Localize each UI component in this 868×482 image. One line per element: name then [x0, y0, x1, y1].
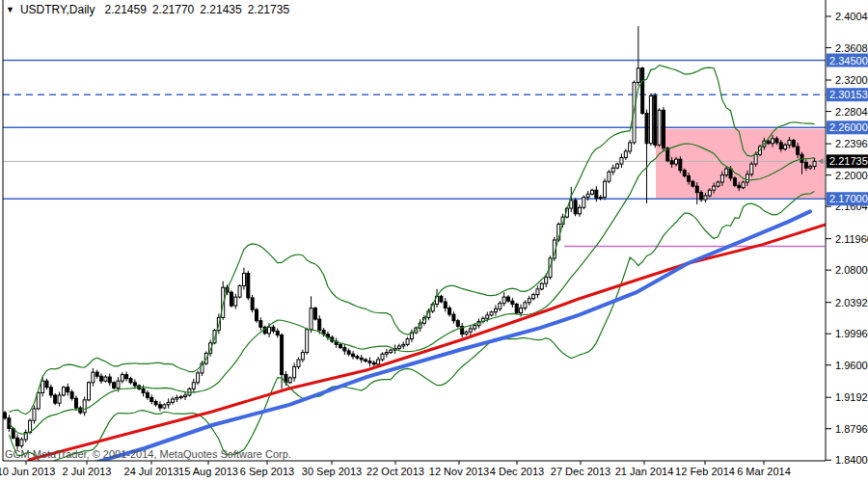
candle-body — [360, 358, 363, 360]
candle-body — [356, 357, 359, 359]
candle-body — [784, 145, 787, 148]
candle-body — [720, 175, 723, 182]
candle-body — [268, 327, 271, 334]
candle-body — [708, 190, 711, 196]
candle-body — [797, 147, 800, 154]
candle-body — [474, 326, 476, 329]
candle-body — [70, 392, 73, 399]
candle-body — [654, 95, 657, 145]
candle-body — [339, 344, 342, 347]
candle-body — [276, 331, 279, 335]
candle-body — [242, 273, 245, 285]
candle-body — [616, 164, 619, 168]
candle-body — [154, 402, 157, 405]
candle-body — [117, 381, 120, 388]
x-axis-date-label: 12 Feb 2014 — [675, 466, 735, 477]
y-axis-label: 2.36080 — [835, 42, 868, 54]
candle-body — [444, 302, 447, 308]
candle-body — [511, 301, 514, 304]
y-axis-label: 2.28040 — [835, 106, 868, 118]
candle-body — [683, 171, 686, 176]
candle-body — [611, 168, 614, 172]
candle-body — [692, 181, 694, 186]
candle-body — [238, 286, 241, 297]
candle-body — [390, 350, 393, 352]
candle-body — [725, 169, 728, 175]
candle-body — [608, 172, 610, 181]
candle-body — [574, 201, 577, 214]
candle-body — [352, 354, 355, 356]
candle-body — [176, 397, 178, 399]
chart-header: ▼ USDTRY,Daily 2.21459 2.21770 2.21435 2… — [6, 3, 289, 16]
candle-body — [318, 319, 321, 330]
x-axis-date-label: 22 Oct 2013 — [366, 466, 424, 477]
candle-body — [809, 167, 812, 169]
candle-body — [775, 139, 778, 143]
price-level-label: 2.30153 — [829, 89, 868, 100]
candle-body — [281, 335, 284, 375]
candlestick-chart-canvas[interactable]: 2.400402.360802.320002.280402.239602.200… — [0, 0, 868, 482]
candle-body — [742, 182, 745, 188]
candle-body — [662, 110, 665, 147]
candle-body — [469, 329, 472, 332]
candle-body — [688, 175, 691, 181]
candle-body — [813, 161, 816, 166]
candle-body — [377, 360, 380, 364]
candle-body — [532, 295, 535, 299]
candle-body — [133, 383, 136, 386]
candle-body — [456, 321, 459, 327]
candle-body — [804, 162, 807, 168]
x-axis-date-label: 27 Dec 2013 — [551, 466, 610, 477]
red-trendline — [29, 225, 826, 460]
y-axis-label: 2.40040 — [835, 11, 868, 22]
y-axis-label: 1.96000 — [835, 360, 868, 371]
y-axis-label: 1.91920 — [835, 391, 868, 403]
candle-body — [717, 182, 719, 186]
candle-body — [4, 413, 7, 418]
candle-body — [158, 405, 161, 408]
candle-body — [792, 140, 795, 147]
candle-body — [583, 198, 585, 208]
candle-body — [100, 376, 103, 381]
candle-body — [58, 395, 61, 403]
candle-body — [440, 296, 443, 302]
symbol-dropdown-icon[interactable]: ▼ — [6, 4, 14, 15]
x-axis-date-label: 6 Sep 2013 — [240, 466, 294, 477]
candle-body — [675, 159, 678, 164]
x-axis-date-label: 12 Nov 2013 — [429, 466, 489, 477]
candle-body — [586, 194, 589, 197]
candle-body — [499, 304, 502, 309]
y-axis-label: 1.99960 — [835, 328, 868, 339]
candle-body — [578, 207, 581, 214]
x-axis-date-label: 10 Jun 2013 — [0, 466, 55, 477]
candle-body — [74, 398, 77, 408]
price-level-label: 2.21735 — [829, 155, 868, 167]
x-axis-date-label: 15 Aug 2013 — [178, 466, 238, 477]
candle-body — [67, 388, 69, 392]
quote-open: 2.21459 — [105, 3, 147, 16]
symbol-timeframe-label: USDTRY,Daily — [20, 3, 95, 16]
candle-body — [288, 378, 291, 383]
candle-body — [637, 68, 639, 83]
candle-body — [402, 344, 405, 346]
blue-moving-average — [96, 211, 810, 462]
candle-body — [746, 174, 748, 182]
mt4-chart-window: ▼ USDTRY,Daily 2.21459 2.21770 2.21435 2… — [0, 0, 868, 482]
candle-body — [641, 68, 644, 114]
candle-body — [49, 388, 52, 395]
candle-body — [247, 273, 250, 297]
plot-layer — [3, 26, 826, 465]
y-axis-label: 2.11960 — [835, 233, 868, 245]
candle-body — [629, 143, 632, 151]
platform-watermark: GCM MetaTrader, © 2001-2014, MetaQuotes … — [5, 448, 291, 460]
price-level-label: 2.26000 — [829, 121, 868, 133]
x-axis-date-label: 4 Dec 2013 — [490, 466, 544, 477]
candle-body — [524, 303, 527, 308]
candle-body — [108, 377, 111, 383]
candle-body — [16, 438, 19, 445]
price-level-label: 2.34500 — [829, 55, 868, 67]
candle-body — [406, 339, 409, 345]
candle-body — [251, 298, 254, 309]
candle-body — [767, 141, 770, 143]
candle-body — [179, 397, 182, 398]
